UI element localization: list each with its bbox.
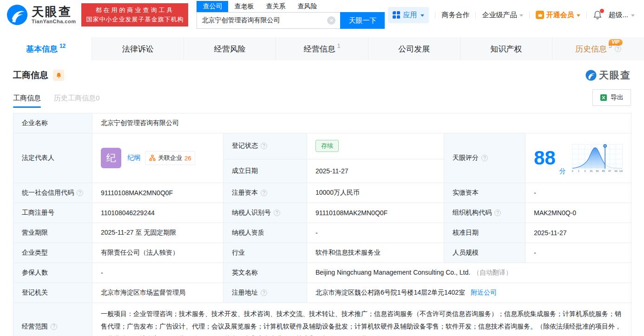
logo-text: 天眼查 TianYanCha.com: [32, 6, 76, 24]
watermark-text: 天眼查: [599, 69, 631, 82]
help-icon[interactable]: [77, 190, 83, 196]
label-taxpayer-id: 纳税人识别号: [223, 203, 307, 223]
top-header: 天眼查 TianYanCha.com 都在用的商业查询工具 国家中小企业发展子基…: [0, 0, 644, 30]
company-nav-tabs: 基本信息 12 法律诉讼 经营风险 经营信息 1 公司发展 知识产权 VIP 历…: [0, 37, 644, 60]
value-company-type: 有限责任公司（法人独资）: [92, 243, 223, 263]
table-row: 企业名称 北京宁创管理咨询有限公司: [13, 113, 631, 133]
tianyancha-swirl-icon: [7, 4, 28, 26]
label-reg-number: 工商注册号: [13, 203, 92, 223]
legal-rep-avatar[interactable]: 纪: [101, 148, 121, 168]
menu-enterprise-products[interactable]: 企业级产品: [482, 11, 523, 20]
tab-label: 公司发展: [398, 44, 430, 54]
label-industry: 行业: [223, 243, 307, 263]
value-industry: 软件和信息技术服务业: [307, 243, 444, 263]
section-title: 工商信息: [13, 69, 48, 81]
subtab-row: 工商信息 历史工商信息0 导出: [13, 89, 631, 108]
label-credit-code: 统一社会信用代码: [13, 183, 92, 203]
tab-company-development[interactable]: 公司发展: [368, 37, 460, 60]
label-company-type: 企业类型: [13, 243, 92, 263]
svg-text:99: 99: [614, 170, 617, 172]
value-company-name: 北京宁创管理咨询有限公司: [92, 113, 631, 133]
value-legal-rep: 纪 纪纲 关联企业 26: [92, 133, 223, 183]
help-icon[interactable]: [494, 210, 501, 216]
export-button[interactable]: 导出: [592, 89, 631, 106]
search-input[interactable]: [197, 17, 327, 24]
search-button[interactable]: 天眼一下: [340, 12, 385, 29]
help-icon[interactable]: [261, 190, 267, 196]
tab-operating-info[interactable]: 经营信息 1: [276, 37, 368, 60]
chevron-down-icon: [519, 14, 523, 17]
apps-grid-icon: [393, 11, 400, 19]
menu-open-vip[interactable]: 开通会员: [536, 11, 580, 20]
legal-rep-name-link[interactable]: 纪纲: [127, 154, 140, 162]
score-unit: 分: [559, 167, 566, 176]
logo-domain: TianYanCha.com: [32, 19, 76, 24]
value-staff-size: -: [526, 243, 631, 263]
subtab-business-info[interactable]: 工商信息: [13, 94, 41, 108]
label-reg-status: 登记状态: [223, 133, 307, 159]
tab-intellectual-property[interactable]: 知识产权: [460, 37, 552, 60]
notification-bell[interactable]: [593, 10, 602, 20]
auto-translate-note: （自动翻译）: [473, 269, 512, 276]
value-reg-capital: 10000万人民币: [307, 183, 444, 203]
tianyancha-company-page: 天眼查 TianYanCha.com 都在用的商业查询工具 国家中小企业发展子基…: [0, 0, 644, 336]
help-icon[interactable]: [261, 290, 267, 296]
credit-code-label: 统一社会信用代码: [22, 189, 74, 197]
tab-basic-info[interactable]: 基本信息 12: [0, 37, 92, 60]
apps-menu[interactable]: 应用: [388, 7, 429, 23]
user-menu[interactable]: 超级...: [608, 11, 635, 20]
related-companies-count: 26: [184, 155, 191, 162]
label-reg-capital: 注册资本: [223, 183, 307, 203]
subscribe-bell-button[interactable]: [53, 70, 64, 81]
label-company-name: 企业名称: [13, 113, 92, 133]
related-companies-badge[interactable]: 关联企业 26: [145, 151, 195, 165]
search-tab-boss[interactable]: 查老板: [228, 1, 260, 12]
help-icon[interactable]: [615, 46, 621, 52]
label-reg-authority: 登记机关: [13, 283, 92, 303]
export-label: 导出: [611, 93, 624, 102]
help-icon[interactable]: [261, 143, 267, 149]
label-tyc-score: 天眼评分: [444, 133, 526, 183]
help-icon[interactable]: [274, 210, 280, 216]
tianyancha-watermark: 天眼查: [585, 69, 631, 82]
help-icon[interactable]: [51, 323, 57, 330]
bell-icon: [56, 72, 62, 79]
vip-badge: VIP: [609, 39, 623, 46]
tab-label: 历史信息: [575, 44, 607, 54]
table-row: 企业类型 有限责任公司（法人独资） 行业 软件和信息技术服务业 人员规模 -: [13, 243, 631, 263]
label-english-name: 英文名称: [223, 263, 307, 283]
table-row: 统一社会信用代码 91110108MAK2MN0Q0F 注册资本 10000万人…: [13, 183, 631, 203]
reg-status-label: 登记状态: [232, 142, 258, 150]
nearby-companies-link[interactable]: 附近公司: [471, 289, 497, 296]
reg-address-label: 注册地址: [232, 289, 258, 297]
label-approval-date: 核准日期: [444, 223, 526, 243]
tianyancha-logo[interactable]: 天眼查 TianYanCha.com: [7, 4, 76, 26]
enterprise-products-label: 企业级产品: [482, 11, 517, 20]
label-org-code: 组织机构代码: [444, 203, 526, 223]
table-row: 法定代表人 纪 纪纲 关联企业 2: [13, 133, 631, 159]
value-reg-address: 北京市海淀区魏公村路6号院1号楼14层2单元1402室 附近公司: [307, 283, 631, 303]
menu-cooperation[interactable]: 商务合作: [441, 11, 469, 20]
label-legal-rep: 法定代表人: [13, 133, 92, 183]
status-badge: 存续: [315, 140, 339, 152]
search-tab-relation[interactable]: 查关系: [260, 1, 291, 12]
clear-search-icon[interactable]: [327, 16, 335, 25]
related-companies-label: 关联企业: [158, 154, 182, 162]
svg-text:50: 50: [596, 170, 598, 172]
help-icon[interactable]: [481, 155, 488, 161]
search-tab-company[interactable]: 查公司: [197, 1, 228, 12]
chevron-down-icon: [577, 14, 580, 17]
label-reg-address: 注册地址: [223, 283, 307, 303]
reg-capital-label: 注册资本: [232, 189, 258, 197]
section-header: 工商信息 天眼查: [13, 69, 631, 82]
tab-history-info[interactable]: VIP 历史信息 5: [552, 37, 644, 60]
taxpayer-id-label: 纳税人识别号: [232, 209, 271, 217]
value-business-term: 2025-11-27 至 无固定期限: [92, 223, 223, 243]
tab-legal-proceedings[interactable]: 法律诉讼: [92, 37, 184, 60]
subtab-history-business-info[interactable]: 历史工商信息0: [54, 94, 99, 108]
search-tab-risk[interactable]: 查风险: [291, 1, 323, 12]
tab-operating-risk[interactable]: 经营风险: [184, 37, 276, 60]
label-insured-count: 参保人数: [13, 263, 92, 283]
value-establish-date: 2025-11-27: [307, 159, 444, 183]
header-menu: 应用 商务合作 企业级产品 开通会员: [388, 7, 635, 23]
